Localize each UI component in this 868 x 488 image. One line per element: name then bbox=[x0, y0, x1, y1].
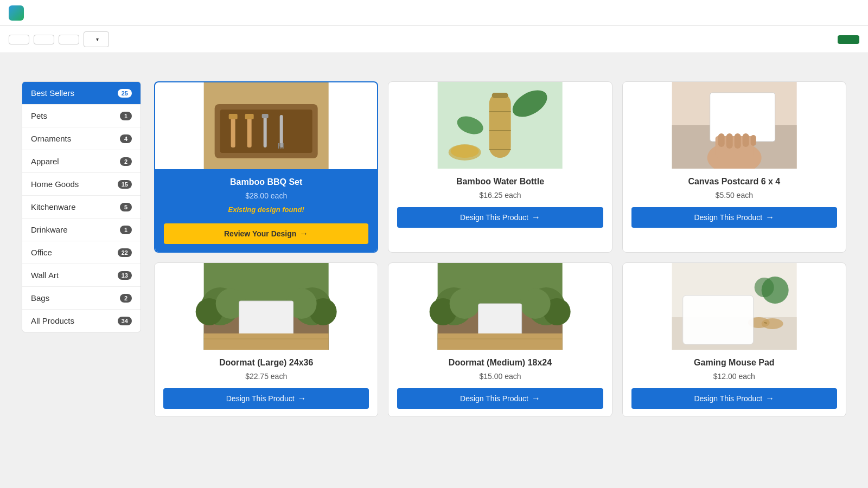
sidebar-item-badge: 34 bbox=[118, 317, 132, 325]
product-card-bamboo-bbq: Bamboo BBQ Set$28.00 eachExisting design… bbox=[154, 81, 378, 253]
sidebar-item-badge: 15 bbox=[118, 180, 132, 189]
svg-point-51 bbox=[520, 288, 551, 319]
account-button[interactable]: ▾ bbox=[84, 31, 109, 47]
svg-rect-29 bbox=[726, 133, 732, 149]
your-orders-button[interactable] bbox=[59, 35, 79, 44]
your-products-button[interactable] bbox=[34, 35, 54, 44]
sidebar-item-label: Kitchenware bbox=[31, 202, 76, 211]
product-image-doormat-medium bbox=[388, 263, 611, 350]
sidebar-item-best-sellers[interactable]: Best Sellers25 bbox=[22, 82, 141, 105]
product-image-canvas-postcard bbox=[623, 82, 846, 169]
product-card-bamboo-bottle: Bamboo Water Bottle$16.25 eachDesign Thi… bbox=[388, 81, 612, 253]
svg-rect-53 bbox=[438, 333, 563, 350]
sidebar-item-ornaments[interactable]: Ornaments4 bbox=[22, 127, 141, 150]
sidebar-item-kitchenware[interactable]: Kitchenware5 bbox=[22, 196, 141, 219]
arrow-right-icon: → bbox=[532, 213, 540, 222]
svg-rect-32 bbox=[750, 135, 756, 146]
sidebar-item-badge: 2 bbox=[120, 157, 132, 166]
sidebar-item-bags[interactable]: Bags2 bbox=[22, 287, 141, 310]
sidebar-item-office[interactable]: Office22 bbox=[22, 241, 141, 264]
product-image-bamboo-bottle bbox=[388, 82, 611, 169]
sidebar-item-label: Office bbox=[31, 248, 52, 257]
svg-rect-3 bbox=[231, 115, 235, 147]
product-price-canvas-postcard: $5.50 each bbox=[716, 191, 753, 200]
sidebar-item-pets[interactable]: Pets1 bbox=[22, 105, 141, 127]
product-image-bamboo-bbq bbox=[155, 82, 377, 169]
new-product-button[interactable] bbox=[9, 35, 29, 44]
svg-point-48 bbox=[450, 288, 480, 319]
page-content: Best Sellers25Pets1Ornaments4Apparel2Hom… bbox=[0, 53, 868, 432]
svg-point-58 bbox=[754, 278, 774, 297]
design-product-button-canvas-postcard[interactable]: Design This Product → bbox=[631, 207, 837, 228]
sidebar-item-badge: 2 bbox=[120, 294, 132, 303]
product-price-doormat-medium: $15.00 each bbox=[479, 372, 521, 381]
arrow-right-icon: → bbox=[765, 213, 774, 222]
product-image-gaming-mousepad bbox=[623, 263, 846, 350]
sidebar-item-all-products[interactable]: All Products34 bbox=[22, 310, 141, 332]
design-product-button-gaming-mousepad[interactable]: Design This Product → bbox=[631, 388, 837, 409]
sidebar-item-label: Ornaments bbox=[31, 134, 71, 143]
help-button[interactable] bbox=[838, 35, 859, 44]
product-name-bamboo-bottle: Bamboo Water Bottle bbox=[456, 176, 544, 188]
existing-design-label-bamboo-bbq: Existing design found! bbox=[228, 206, 304, 214]
sidebar-item-label: Home Goods bbox=[31, 179, 79, 189]
arrow-right-icon: → bbox=[298, 394, 307, 403]
arrow-right-icon: → bbox=[532, 394, 540, 403]
svg-rect-28 bbox=[718, 133, 724, 147]
sidebar-item-label: Drinkware bbox=[31, 225, 68, 234]
main-layout: Best Sellers25Pets1Ornaments4Apparel2Hom… bbox=[22, 81, 846, 417]
brand-area bbox=[9, 5, 859, 21]
chevron-down-icon: ▾ bbox=[96, 36, 99, 42]
arrow-right-icon: → bbox=[765, 394, 774, 403]
sidebar-item-badge: 25 bbox=[118, 89, 132, 98]
product-card-doormat-large: Doormat (Large) 24x36$22.75 eachDesign T… bbox=[154, 262, 378, 417]
svg-rect-7 bbox=[264, 115, 267, 147]
product-image-doormat-large bbox=[155, 263, 378, 350]
sidebar-item-label: Best Sellers bbox=[31, 88, 74, 98]
svg-rect-52 bbox=[478, 304, 522, 336]
sidebar-item-label: Pets bbox=[31, 111, 47, 120]
svg-rect-5 bbox=[247, 115, 252, 147]
brand-logo bbox=[9, 5, 24, 21]
sidebar: Best Sellers25Pets1Ornaments4Apparel2Hom… bbox=[22, 81, 141, 332]
svg-line-61 bbox=[764, 323, 767, 323]
product-name-doormat-medium: Doormat (Medium) 18x24 bbox=[449, 357, 552, 369]
svg-rect-15 bbox=[492, 93, 508, 98]
sidebar-item-home-goods[interactable]: Home Goods15 bbox=[22, 173, 141, 196]
arrow-right-icon: → bbox=[299, 229, 308, 239]
svg-rect-8 bbox=[262, 114, 269, 118]
sidebar-item-label: Wall Art bbox=[31, 271, 59, 280]
svg-rect-11 bbox=[280, 143, 282, 149]
product-grid: Bamboo BBQ Set$28.00 eachExisting design… bbox=[154, 81, 846, 417]
svg-rect-31 bbox=[742, 133, 749, 147]
svg-point-22 bbox=[451, 145, 479, 158]
sidebar-item-apparel[interactable]: Apparel2 bbox=[22, 150, 141, 173]
sidebar-item-label: Apparel bbox=[31, 157, 59, 166]
svg-rect-42 bbox=[204, 333, 329, 350]
product-body-gaming-mousepad: Gaming Mouse Pad$12.00 eachDesign This P… bbox=[623, 350, 846, 416]
svg-rect-14 bbox=[489, 93, 511, 158]
review-design-button-bamboo-bbq[interactable]: Review Your Design → bbox=[164, 223, 368, 244]
nav-bar: ▾ bbox=[0, 26, 868, 53]
sidebar-item-badge: 1 bbox=[120, 226, 132, 234]
sidebar-item-badge: 1 bbox=[120, 112, 132, 120]
design-product-button-doormat-large[interactable]: Design This Product → bbox=[163, 388, 369, 409]
product-body-doormat-medium: Doormat (Medium) 18x24$15.00 eachDesign … bbox=[388, 350, 611, 416]
sidebar-item-drinkware[interactable]: Drinkware1 bbox=[22, 219, 141, 241]
svg-rect-12 bbox=[283, 143, 284, 149]
product-card-canvas-postcard: Canvas Postcard 6 x 4$5.50 eachDesign Th… bbox=[622, 81, 846, 253]
svg-rect-10 bbox=[278, 143, 279, 149]
sidebar-item-label: All Products bbox=[31, 316, 74, 325]
design-product-button-doormat-medium[interactable]: Design This Product → bbox=[397, 388, 603, 409]
top-bar bbox=[0, 0, 868, 26]
design-product-button-bamboo-bottle[interactable]: Design This Product → bbox=[397, 207, 603, 228]
svg-point-60 bbox=[761, 318, 783, 329]
sidebar-item-badge: 4 bbox=[120, 134, 132, 143]
product-price-gaming-mousepad: $12.00 each bbox=[713, 372, 755, 381]
sidebar-item-badge: 13 bbox=[118, 271, 132, 280]
product-price-bamboo-bottle: $16.25 each bbox=[479, 191, 521, 200]
sidebar-item-wall-art[interactable]: Wall Art13 bbox=[22, 264, 141, 287]
product-name-doormat-large: Doormat (Large) 24x36 bbox=[219, 357, 313, 369]
product-body-bamboo-bottle: Bamboo Water Bottle$16.25 eachDesign Thi… bbox=[388, 169, 611, 252]
sidebar-item-label: Bags bbox=[31, 293, 49, 303]
